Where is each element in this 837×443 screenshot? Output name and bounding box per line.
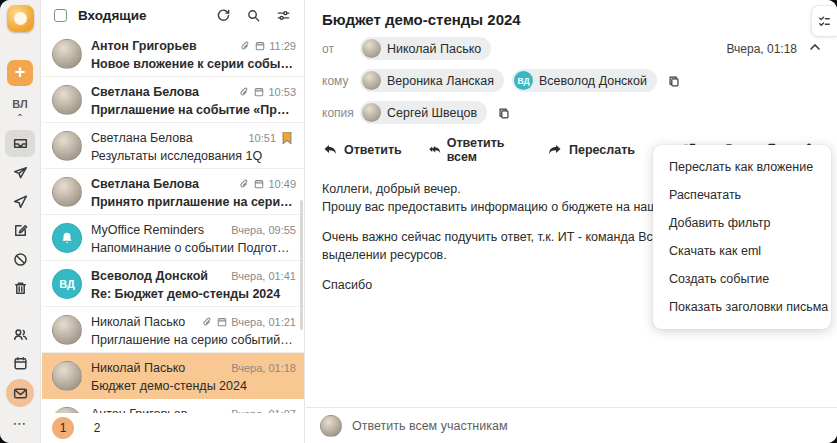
menu-download-eml[interactable]: Скачать как eml [653, 237, 831, 265]
calendar-app-icon[interactable] [5, 350, 35, 377]
reply-button[interactable]: Ответить [322, 142, 402, 158]
sender-name: Светлана Белова [91, 131, 248, 145]
message-row[interactable]: MyOffice Reminders Вчера, 09:55 Напомина… [42, 215, 304, 261]
email-subject: Бюджет демо-стенды 2024 [306, 0, 837, 28]
message-time: 10:53 [268, 86, 296, 98]
avatar: ВД [514, 71, 533, 90]
sender-avatar [52, 39, 82, 69]
nav-trash-icon[interactable] [5, 275, 35, 302]
attachment-icon [238, 86, 250, 98]
event-icon [253, 86, 265, 98]
event-icon [216, 316, 228, 328]
quick-reply-bar[interactable]: Ответить всем участникам [306, 407, 837, 443]
cc-chip[interactable]: Сергей Швецов [360, 101, 487, 124]
nav-outbox-icon[interactable] [5, 159, 35, 186]
more-apps-icon[interactable]: ⋯ [5, 409, 35, 436]
copy-recipients-icon[interactable] [665, 72, 683, 90]
filter-settings-icon[interactable] [272, 5, 294, 27]
sender-name: Антон Григорьев [91, 39, 239, 53]
email-date: Вчера, 01:18 [726, 42, 797, 56]
collapse-chevron-icon[interactable] [809, 41, 821, 56]
menu-show-headers[interactable]: Показать заголовки письма [653, 293, 831, 321]
page-1-button[interactable]: 1 [52, 417, 74, 439]
refresh-icon[interactable] [212, 5, 234, 27]
message-time: 10:49 [268, 178, 296, 190]
from-chip[interactable]: Николай Пасько [360, 37, 491, 60]
message-row-selected[interactable]: Николай Пасько Вчера, 01:18 Бюджет демо-… [42, 353, 304, 399]
message-subject: Новое вложение к серии событий «Аналити… [91, 57, 296, 71]
sender-avatar: ВД [52, 269, 82, 299]
pagination: 1 2 [42, 413, 304, 443]
sender-avatar [52, 177, 82, 207]
menu-add-filter[interactable]: Добавить фильтр [653, 209, 831, 237]
event-icon [254, 40, 266, 52]
user-initials[interactable]: ВЛ [12, 98, 27, 110]
message-time: Вчера, 09:55 [231, 224, 296, 236]
recipient-chip[interactable]: ВД Всеволод Донской [512, 69, 657, 92]
message-row[interactable]: ВД Всеволод Донской Вчера, 01:41 Re: Бюд… [42, 261, 304, 307]
to-row: кому Вероника Ланская ВД Всеволод Донско… [306, 69, 837, 92]
flag-bookmark-icon [281, 132, 293, 144]
email-context-menu: Переслать как вложение Распечатать Добав… [653, 145, 831, 329]
mail-app-window: + ВЛ ⌃ [0, 0, 837, 443]
message-time: Вчера, 01:41 [231, 270, 296, 282]
list-header: Входящие [42, 0, 304, 31]
message-subject: Напоминание о событии Подготовить отчет… [91, 241, 296, 255]
message-subject: Приглашение на серию событий «Демо стен… [91, 333, 296, 347]
copy-cc-icon[interactable] [495, 104, 513, 122]
sender-name: Николай Пасько [91, 315, 201, 329]
menu-create-event[interactable]: Создать событие [653, 265, 831, 293]
reply-all-icon [428, 142, 441, 158]
folder-title: Входящие [78, 8, 204, 23]
reply-all-button[interactable]: Ответить всем [428, 136, 521, 164]
message-row[interactable]: Николай Пасько Вчера, 01:21 Приглашение … [42, 307, 304, 353]
tasks-panel-toggle[interactable] [811, 5, 837, 37]
mail-app-icon[interactable] [6, 379, 34, 407]
from-row: от Николай Пасько Вчера, 01:18 [306, 37, 837, 60]
forward-icon [547, 142, 563, 158]
nav-inbox-icon[interactable] [5, 130, 35, 157]
message-time: Вчера, 01:18 [231, 362, 296, 374]
message-subject: Бюджет демо-стенды 2024 [91, 379, 296, 393]
reading-pane: Бюджет демо-стенды 2024 от Николай Паськ… [306, 0, 837, 443]
app-rail: + ВЛ ⌃ [0, 0, 41, 443]
message-row[interactable]: Светлана Белова 10:53 Приглашение на соб… [42, 77, 304, 123]
message-row[interactable]: Антон Григорьев Вчера, 01:07 [42, 399, 304, 413]
message-row[interactable]: Светлана Белова 10:51 Результаты исследо… [42, 123, 304, 169]
message-subject: Принято приглашение на серию событий «… [91, 195, 296, 209]
to-label: кому [322, 74, 360, 88]
sender-avatar [52, 361, 82, 391]
select-all-checkbox[interactable] [54, 9, 67, 22]
nav-drafts-icon[interactable] [5, 217, 35, 244]
message-rows: Антон Григорьев 11:29 Новое вложение к с… [42, 31, 304, 413]
message-row[interactable]: Светлана Белова 10:49 Принято приглашени… [42, 169, 304, 215]
sender-name: Всеволод Донской [91, 269, 231, 283]
search-icon[interactable] [242, 5, 264, 27]
attachment-icon [238, 178, 250, 190]
list-scrollbar[interactable] [300, 200, 303, 330]
page-2-button[interactable]: 2 [86, 417, 108, 439]
menu-forward-as-attachment[interactable]: Переслать как вложение [653, 153, 831, 181]
sender-name: Светлана Белова [91, 85, 238, 99]
from-label: от [322, 42, 360, 56]
sender-name: MyOffice Reminders [91, 223, 231, 237]
attachment-icon [239, 40, 251, 52]
app-logo-icon[interactable] [7, 5, 34, 32]
current-user-avatar [320, 415, 342, 437]
cc-row: копия Сергей Швецов [306, 101, 837, 124]
sender-avatar [52, 85, 82, 115]
nav-spam-icon[interactable] [5, 246, 35, 273]
recipient-chip[interactable]: Вероника Ланская [360, 69, 504, 92]
avatar [362, 103, 381, 122]
menu-print[interactable]: Распечатать [653, 181, 831, 209]
reminder-bell-icon [52, 223, 82, 253]
sender-avatar [52, 315, 82, 345]
forward-button[interactable]: Переслать [547, 142, 635, 158]
message-row[interactable]: Антон Григорьев 11:29 Новое вложение к с… [42, 31, 304, 77]
cc-label: копия [322, 106, 360, 120]
contacts-icon[interactable] [5, 321, 35, 348]
compose-new-button[interactable]: + [7, 60, 33, 86]
nav-sent-icon[interactable] [5, 188, 35, 215]
chevron-up-icon[interactable]: ⌃ [16, 112, 24, 123]
reply-icon [322, 142, 338, 158]
